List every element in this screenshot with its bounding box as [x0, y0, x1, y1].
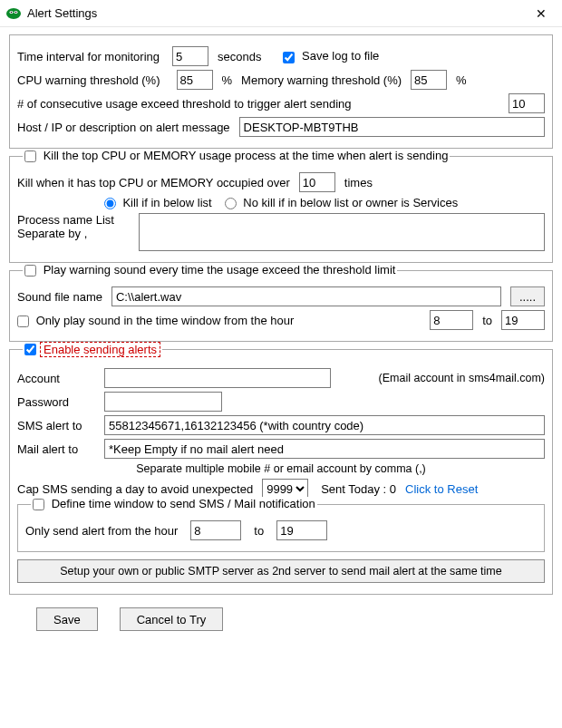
seconds-label: seconds [218, 50, 261, 63]
kill-checkbox-label: Kill the top CPU or MEMORY usage process… [44, 149, 449, 162]
window-title: Alert Settings [27, 6, 97, 20]
sms-input[interactable] [104, 415, 545, 435]
sound-group: Play warning sound every time the usage … [9, 270, 553, 342]
account-hint: (Email account in sms4mail.com) [379, 372, 545, 384]
mem-threshold-input[interactable] [411, 70, 447, 90]
close-icon: ✕ [536, 6, 547, 21]
svg-point-4 [15, 11, 17, 13]
kill-over-input[interactable] [299, 172, 335, 192]
sound-window-checkbox[interactable] [17, 315, 29, 327]
tw-checkbox-label: Define time window to send SMS / Mail no… [52, 497, 315, 510]
smtp-setup-button[interactable]: Setup your own or public SMTP server as … [17, 559, 545, 583]
savelog-label: Save log to file [302, 49, 379, 63]
cap-label: Cap SMS sending a day to avoid unexpecte… [17, 482, 253, 496]
host-input[interactable] [239, 117, 545, 137]
process-list-label-a: Process name List [17, 213, 135, 227]
tw-to-input[interactable] [276, 520, 327, 540]
kill-radio-out-label: No kill if in below list or owner is Ser… [243, 196, 458, 209]
kill-checkbox[interactable] [24, 150, 36, 162]
kill-over-label-a: Kill when it has top CPU or MEMORY occup… [17, 176, 290, 189]
sound-window-label: Only play sound in the time window from … [36, 314, 295, 327]
consecutive-input[interactable] [509, 93, 545, 113]
sound-checkbox-wrap[interactable]: Play warning sound every time the usage … [24, 263, 395, 277]
sound-from-input[interactable] [430, 310, 473, 330]
close-button[interactable]: ✕ [528, 3, 555, 24]
mail-input[interactable] [104, 439, 545, 459]
tw-checkbox-wrap[interactable]: Define time window to send SMS / Mail no… [33, 497, 315, 510]
sound-checkbox[interactable] [24, 265, 36, 277]
alert-time-window-group: Define time window to send SMS / Mail no… [17, 504, 545, 552]
sound-file-input[interactable] [111, 286, 501, 306]
interval-input[interactable] [172, 46, 208, 66]
svg-point-0 [6, 8, 21, 19]
kill-radio-out-wrap[interactable]: No kill if in below list or owner is Ser… [225, 196, 459, 209]
mem-percent-label: % [456, 73, 467, 87]
password-label: Password [17, 395, 101, 409]
tw-from-input[interactable] [190, 520, 241, 540]
consecutive-label: # of consecutive usage exceed threshold … [17, 97, 352, 111]
kill-radio-in-wrap[interactable]: Kill if in below list [104, 196, 212, 209]
password-input[interactable] [104, 392, 222, 412]
sound-window-checkbox-wrap[interactable]: Only play sound in the time window from … [17, 314, 294, 327]
reset-link[interactable]: Click to Reset [405, 482, 478, 496]
alerts-group: Enable sending alerts Account (Email acc… [9, 349, 553, 595]
titlebar: Alert Settings ✕ [0, 0, 562, 27]
cancel-button[interactable]: Cancel to Try [120, 607, 224, 631]
cap-combo[interactable]: 9999 [262, 479, 308, 499]
kill-radio-in[interactable] [104, 198, 116, 209]
sound-checkbox-label: Play warning sound every time the usage … [44, 263, 396, 277]
kill-over-label-b: times [344, 176, 373, 189]
sound-file-label: Sound file name [17, 290, 102, 304]
enable-alerts-label: Enable sending alerts [40, 342, 160, 357]
kill-radio-out[interactable] [225, 198, 237, 209]
account-label: Account [17, 372, 101, 385]
mail-label: Mail alert to [17, 442, 101, 456]
separator-hint: Separate multiple mobile # or email acco… [136, 462, 426, 475]
cpu-threshold-input[interactable] [177, 70, 213, 90]
account-input[interactable] [104, 368, 331, 388]
process-list-input[interactable] [139, 213, 545, 251]
tw-from-label: Only send alert from the hour [25, 524, 178, 538]
app-icon [5, 5, 22, 22]
savelog-checkbox[interactable] [283, 52, 295, 63]
sound-to-label: to [482, 314, 492, 327]
monitoring-group: Time interval for monitoring seconds Sav… [9, 34, 553, 149]
footer: Save Cancel to Try [9, 602, 553, 631]
cpu-threshold-label: CPU warning threshold (%) [17, 73, 160, 87]
svg-point-3 [11, 11, 13, 13]
host-label: Host / IP or description on alert messag… [17, 121, 230, 134]
sound-to-input[interactable] [501, 310, 545, 330]
sent-today-label: Sent Today : 0 [321, 482, 396, 496]
sound-browse-button[interactable]: ..... [510, 286, 545, 306]
kill-radio-in-label: Kill if in below list [122, 196, 211, 209]
kill-checkbox-wrap[interactable]: Kill the top CPU or MEMORY usage process… [24, 149, 448, 162]
kill-group: Kill the top CPU or MEMORY usage process… [9, 156, 553, 263]
sms-label: SMS alert to [17, 419, 101, 432]
save-button[interactable]: Save [36, 607, 98, 631]
interval-label: Time interval for monitoring [17, 50, 160, 63]
enable-alerts-checkbox[interactable] [24, 344, 36, 355]
tw-checkbox[interactable] [33, 499, 44, 510]
mem-threshold-label: Memory warning threshold (%) [241, 73, 402, 87]
tw-to-label: to [254, 524, 264, 538]
cpu-percent-label: % [222, 73, 233, 87]
process-list-label-b: Separate by , [17, 227, 135, 240]
savelog-checkbox-wrap[interactable]: Save log to file [283, 49, 379, 63]
